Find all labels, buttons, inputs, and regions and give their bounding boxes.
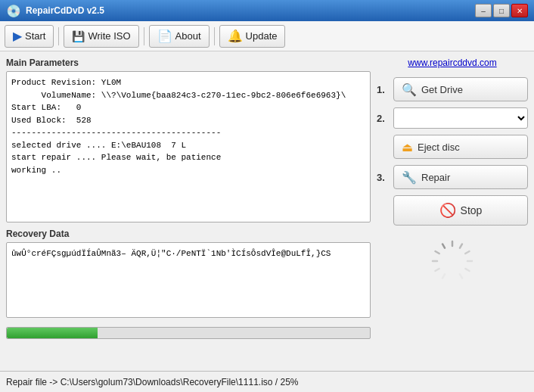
log-box[interactable]: Product Revision: YL0M VolumeName: \\?\V… <box>6 71 371 222</box>
about-button[interactable]: 📄 About <box>149 25 210 48</box>
step1-row: 1. 🔍 Get Drive <box>377 77 528 101</box>
app-title: RepairCdDvD v2.5 <box>26 5 104 16</box>
step3-number: 3. <box>377 172 389 183</box>
status-text: Repair file -> C:\Users\golum73\Download… <box>6 377 299 387</box>
status-bar: Repair file -> C:\Users\golum73\Download… <box>0 371 534 392</box>
main-content: Main Parameters Product Revision: YL0M V… <box>0 51 534 371</box>
title-bar-controls: – □ ✕ <box>475 4 528 17</box>
start-button[interactable]: ▶ Start <box>5 25 54 48</box>
main-params-label: Main Parameters <box>6 58 371 68</box>
svg-line-1 <box>460 244 462 247</box>
step1-number: 1. <box>377 84 389 95</box>
recovery-box[interactable]: ûwÛ°créFÇsgµúdÏÍaÛMnã3– ÄQR,Ü¦"C·/PeNTÏ`… <box>6 242 371 318</box>
main-params-section: Main Parameters Product Revision: YL0M V… <box>6 58 371 222</box>
stop-icon: 🚫 <box>439 202 456 219</box>
update-icon: 🔔 <box>228 29 243 43</box>
eject-row: 2. ⏏ Eject disc <box>377 135 528 159</box>
step2-row: 2. E:\eBAU108 7 L <box>377 107 528 129</box>
step3-row: 3. 🔧 Repair <box>377 165 528 189</box>
title-bar: 💿 RepairCdDvD v2.5 – □ ✕ <box>0 0 534 21</box>
minimize-button[interactable]: – <box>475 4 492 17</box>
spinner <box>426 235 479 288</box>
write-iso-icon: 💾 <box>72 30 85 42</box>
right-panel: www.repaircddvd.com 1. 🔍 Get Drive 2. E:… <box>377 58 528 365</box>
svg-line-5 <box>460 274 462 278</box>
write-iso-button[interactable]: 💾 Write ISO <box>64 25 138 48</box>
maximize-button[interactable]: □ <box>493 4 510 17</box>
update-label: Update <box>246 30 278 42</box>
about-label: About <box>175 30 201 42</box>
svg-line-4 <box>465 269 469 271</box>
svg-line-7 <box>442 274 445 278</box>
start-icon: ▶ <box>13 29 22 43</box>
close-button[interactable]: ✕ <box>511 4 528 17</box>
stop-button[interactable]: 🚫 Stop <box>393 195 528 226</box>
step2-number: 2. <box>377 113 389 124</box>
stop-label: Stop <box>461 204 483 216</box>
app-icon: 💿 <box>6 4 21 18</box>
repair-button[interactable]: 🔧 Repair <box>393 165 528 189</box>
toolbar-separator-1 <box>58 27 59 45</box>
start-label: Start <box>25 30 45 42</box>
eject-icon: ⏏ <box>402 140 413 154</box>
repair-icon: 🔧 <box>402 170 417 185</box>
svg-line-11 <box>442 244 445 247</box>
recovery-data-label: Recovery Data <box>6 229 371 239</box>
about-icon: 📄 <box>157 29 172 43</box>
toolbar-separator-2 <box>144 27 144 45</box>
eject-button[interactable]: ⏏ Eject disc <box>393 135 528 159</box>
progress-bar-container <box>6 327 371 339</box>
search-icon: 🔍 <box>402 82 417 97</box>
get-drive-label: Get Drive <box>421 84 463 95</box>
svg-line-10 <box>435 251 439 254</box>
write-iso-label: Write ISO <box>88 30 130 42</box>
eject-label: Eject disc <box>418 142 460 153</box>
repair-label: Repair <box>421 172 450 183</box>
recovery-data-section: Recovery Data ûwÛ°créFÇsgµúdÏÍaÛMnã3– ÄQ… <box>6 229 371 318</box>
svg-line-2 <box>465 251 469 254</box>
drive-select[interactable]: E:\eBAU108 7 L <box>393 107 528 129</box>
update-button[interactable]: 🔔 Update <box>219 25 286 48</box>
progress-bar-fill <box>7 328 98 338</box>
svg-line-8 <box>435 269 439 271</box>
toolbar: ▶ Start 💾 Write ISO 📄 About 🔔 Update <box>0 21 534 51</box>
website-link[interactable]: www.repaircddvd.com <box>408 58 496 68</box>
toolbar-separator-3 <box>214 27 215 45</box>
left-panel: Main Parameters Product Revision: YL0M V… <box>6 58 371 365</box>
get-drive-button[interactable]: 🔍 Get Drive <box>393 77 528 101</box>
title-bar-left: 💿 RepairCdDvD v2.5 <box>6 4 104 18</box>
